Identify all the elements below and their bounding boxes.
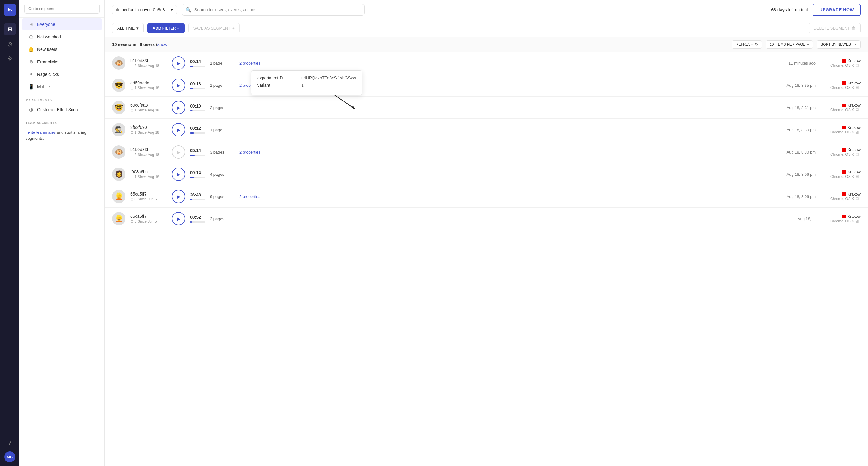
sidebar-item-new-users[interactable]: 🔔 New users <box>22 43 102 55</box>
progress-bar <box>190 177 205 178</box>
play-button[interactable]: ▶ <box>172 212 185 225</box>
session-row: 🐵 b1b0d83f ⊡ 2 Since Aug 18 ▶ 05:14 3 pa… <box>105 141 868 163</box>
sidebar-nav: ⊞ Everyone ◷ Not watched 🔔 New users ⊗ E… <box>20 18 104 93</box>
session-id: b1b0d83f <box>130 147 167 152</box>
global-search-input[interactable] <box>182 4 365 15</box>
session-id: 65ca5ff7 <box>130 192 167 196</box>
error-clicks-icon: ⊗ <box>28 59 34 65</box>
topbar-right: 63 days left on trial UPGRADE NOW <box>771 4 861 16</box>
progress-fill <box>190 155 195 156</box>
session-info: 2f92f690 ⊡ 1 Since Aug 18 <box>130 125 167 135</box>
trial-days: 63 days <box>771 7 787 12</box>
sidebar-item-everyone[interactable]: ⊞ Everyone <box>22 18 102 30</box>
session-properties[interactable]: 2 properties <box>239 194 267 199</box>
session-pages: 3 pages <box>210 150 235 154</box>
play-button[interactable]: ▶ <box>172 56 185 70</box>
monitor-icon: 🖥 <box>855 63 860 68</box>
sidebar-item-rage-clicks[interactable]: ✦ Rage clicks <box>22 68 102 80</box>
session-since: Since Jun 5 <box>138 197 157 201</box>
session-count: ⊡ 1 <box>130 130 136 135</box>
sort-button[interactable]: SORT BY NEWEST ▾ <box>816 40 861 49</box>
invite-teammates-link[interactable]: Invite teammates <box>26 130 56 135</box>
session-id: 2f92f690 <box>130 125 167 130</box>
session-properties[interactable]: 2 properties <box>239 61 267 65</box>
session-location: Krakow <box>830 125 861 130</box>
session-avatar: 👱 <box>112 212 125 225</box>
tooltip-key-2: variant <box>257 83 294 88</box>
progress-fill <box>190 199 192 200</box>
chevron-down-icon: ▾ <box>855 42 857 46</box>
refresh-button[interactable]: REFRESH ↻ <box>732 40 762 49</box>
session-duration: 00:13 <box>190 81 205 86</box>
user-avatar[interactable]: MB <box>4 452 15 462</box>
workspace-selector[interactable]: pedfantic-noyce-0b8d8... ▾ <box>112 5 177 14</box>
progress-fill <box>190 88 193 89</box>
session-info: f903c6bc ⊡ 1 Since Aug 18 <box>130 169 167 179</box>
flag-icon <box>841 148 846 152</box>
all-time-filter[interactable]: ALL TIME ▾ <box>112 23 144 33</box>
nav-icon-grid[interactable]: ⊞ <box>4 23 16 35</box>
mobile-icon: 📱 <box>28 84 34 90</box>
my-segments-list: ◑ Customer Effort Score <box>20 103 104 116</box>
session-avatar: 😎 <box>112 79 125 92</box>
session-count: ⊡ 1 <box>130 86 136 90</box>
trial-text: 63 days left on trial <box>771 7 808 12</box>
not-watched-label: Not watched <box>37 34 61 39</box>
everyone-label: Everyone <box>37 22 55 27</box>
session-location: Krakow <box>830 59 861 63</box>
save-segment-button[interactable]: SAVE AS SEGMENT ● <box>188 23 240 33</box>
sort-label: SORT BY NEWEST <box>820 42 853 46</box>
session-browser: Chrome, OS X 🖥 <box>830 63 861 68</box>
play-button[interactable]: ▶ <box>172 145 185 159</box>
session-info: 65ca5ff7 ⊡ 3 Since Jun 5 <box>130 214 167 223</box>
session-time: Aug 18, 8:06 pm <box>773 172 816 177</box>
play-button[interactable]: ▶ <box>172 123 185 136</box>
progress-fill <box>190 66 193 67</box>
session-meta: ⊡ 1 Since Aug 18 <box>130 86 167 90</box>
session-since: Since Aug 18 <box>138 175 159 179</box>
session-since: Since Aug 18 <box>138 86 159 90</box>
sidebar-item-error-clicks[interactable]: ⊗ Error clicks <box>22 56 102 68</box>
session-info: b1b0d83f ⊡ 2 Since Aug 18 <box>130 58 167 68</box>
play-button[interactable]: ▶ <box>172 190 185 203</box>
session-location-wrapper: Krakow Chrome, OS X 🖥 <box>830 147 861 157</box>
monitor-icon: 🖥 <box>855 174 860 179</box>
session-pages: 1 page <box>210 61 235 65</box>
sidebar-item-customer-effort-score[interactable]: ◑ Customer Effort Score <box>22 103 102 116</box>
monitor-icon: 🖥 <box>855 196 860 201</box>
session-meta: ⊡ 1 Since Aug 18 <box>130 108 167 113</box>
session-info: ed50aedd ⊡ 1 Since Aug 18 <box>130 81 167 90</box>
add-filter-button[interactable]: ADD FILTER + <box>147 23 185 33</box>
nav-icon-help[interactable]: ? <box>4 437 16 449</box>
play-button[interactable]: ▶ <box>172 167 185 181</box>
new-users-label: New users <box>37 47 57 52</box>
play-button[interactable]: ▶ <box>172 79 185 92</box>
customer-effort-score-icon: ◑ <box>28 106 34 113</box>
session-id: 65ca5ff7 <box>130 214 167 219</box>
session-count: ⊡ 3 <box>130 197 136 201</box>
sidebar-item-not-watched[interactable]: ◷ Not watched <box>22 31 102 43</box>
session-avatar: 🕵️ <box>112 123 125 136</box>
nav-icon-dashboard[interactable]: ◎ <box>4 38 16 50</box>
rage-clicks-label: Rage clicks <box>37 72 59 77</box>
segment-search-input[interactable] <box>24 4 100 14</box>
session-duration: 00:10 <box>190 103 205 108</box>
tooltip-key-1: experimentID <box>257 75 294 81</box>
upgrade-button[interactable]: UPGRADE NOW <box>812 4 861 16</box>
session-properties[interactable]: 2 properties <box>239 150 267 154</box>
play-button[interactable]: ▶ <box>172 101 185 114</box>
session-time: 11 minutes ago <box>773 61 816 65</box>
all-time-label: ALL TIME <box>117 26 135 30</box>
sidebar-item-mobile[interactable]: 📱 Mobile <box>22 81 102 93</box>
session-since: Since Aug 18 <box>138 64 159 68</box>
session-row: 👱 65ca5ff7 ⊡ 3 Since Jun 5 ▶ 00:52 2 pag… <box>105 208 868 230</box>
delete-segment-button[interactable]: DELETE SEGMENT 🗑 <box>809 23 861 33</box>
team-segments-invite: Invite teammates and start sharing segme… <box>20 126 104 145</box>
progress-fill <box>190 177 194 178</box>
show-users-link[interactable]: show <box>157 42 167 47</box>
session-pages: 2 pages <box>210 217 235 221</box>
items-per-page-button[interactable]: 10 ITEMS PER PAGE ▾ <box>766 40 813 49</box>
nav-icon-settings[interactable]: ⚙ <box>4 52 16 65</box>
icon-bar: ls ⊞ ◎ ⚙ ? MB <box>0 0 20 466</box>
tooltip-arrow <box>332 95 356 110</box>
